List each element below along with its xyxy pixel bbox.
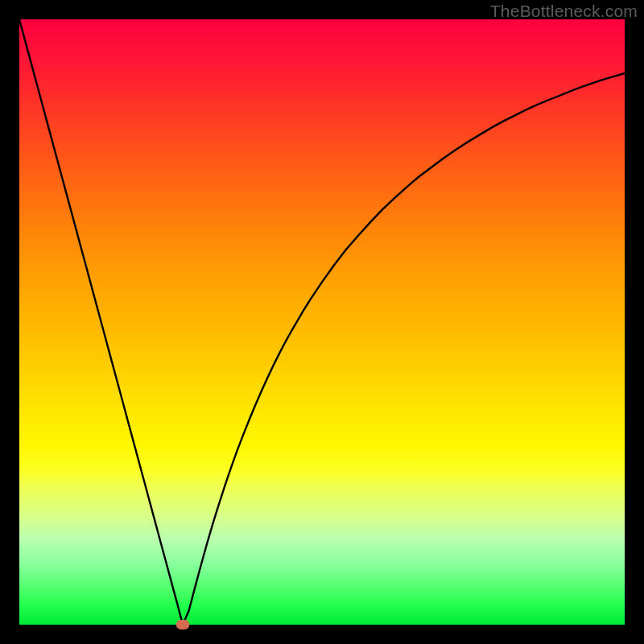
curve-svg [19, 19, 625, 625]
watermark-text: TheBottleneck.com [490, 2, 638, 21]
plot-area [19, 19, 625, 625]
bottleneck-curve [19, 19, 625, 625]
chart-stage: TheBottleneck.com [0, 0, 644, 644]
vertex-marker [176, 620, 189, 630]
